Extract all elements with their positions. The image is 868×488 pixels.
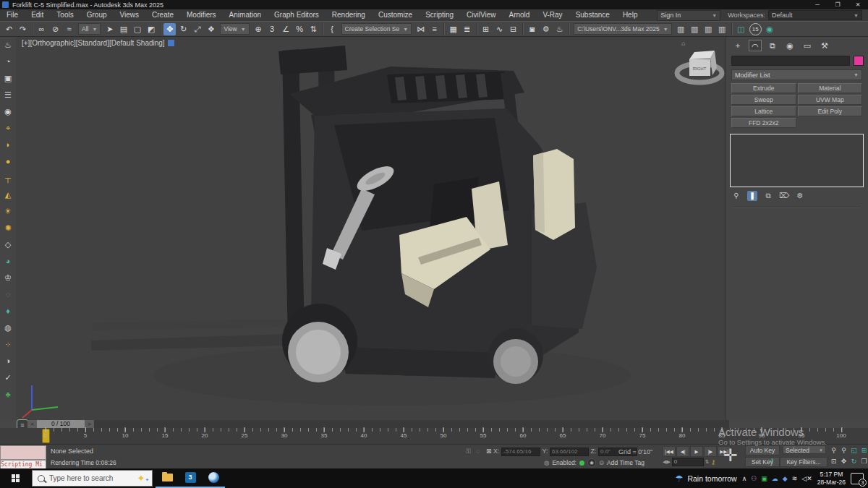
forklift-model[interactable]: RIGHT ⌂ (16, 37, 725, 420)
cortana-sparkle-icon[interactable]: ✦✦ (131, 473, 156, 484)
vray-sphere-icon[interactable]: ◕ (0, 253, 16, 270)
named-selection-sets-icon[interactable]: { (326, 23, 339, 35)
select-by-name-icon[interactable]: ▤ (117, 23, 129, 35)
zoom-extents-button[interactable]: ◱ (849, 445, 859, 455)
sign-in-button[interactable]: Sign In ▼ (657, 10, 720, 21)
start-button[interactable] (0, 468, 32, 488)
selection-set-dropdown[interactable]: Create Selection Se▼ (341, 23, 412, 35)
tray-onedrive-icon[interactable]: ☁ (772, 475, 778, 482)
modifier-button-sweep[interactable]: Sweep (731, 95, 796, 105)
track-bar[interactable]: 0510152025303540455055606570758085909510… (0, 428, 868, 445)
vray-plane-light-icon[interactable]: ┬ (0, 170, 16, 187)
weather-widget[interactable]: ☂ Rain tomorrow (676, 474, 737, 484)
vray-check-icon[interactable]: ✓ (0, 369, 16, 386)
object-name-field[interactable] (731, 56, 850, 66)
curve-editor-icon[interactable]: ∿ (493, 23, 506, 35)
saved-frame-icon[interactable]: ◫ (735, 23, 747, 35)
unlink-icon[interactable]: ⊘ (49, 23, 61, 35)
import-scene-icon[interactable]: ▥ (675, 23, 687, 35)
modifier-button-ffd-2x2x2[interactable]: FFD 2x2x2 (731, 118, 796, 128)
modifier-stack[interactable] (730, 134, 864, 187)
bind-spacewarp-icon[interactable]: ≈ (63, 23, 75, 35)
project-folder-dropdown[interactable]: C:\Users\ONV...3ds Max 2025▼ (574, 23, 671, 35)
menu-customize[interactable]: Customize (372, 9, 419, 21)
absolute-mode-icon[interactable]: ⊠ (486, 448, 492, 455)
menu-rendering[interactable]: Rendering (326, 9, 372, 21)
render-setup-icon[interactable]: ⚙ (540, 23, 552, 35)
menu-graph-editors[interactable]: Graph Editors (268, 9, 326, 21)
taskbar-file-explorer[interactable] (156, 468, 179, 488)
menu-animation[interactable]: Animation (223, 9, 268, 21)
configure-modifier-sets-icon[interactable]: ⚙ (795, 191, 805, 201)
snap-toggle-icon[interactable]: 3 (266, 23, 278, 35)
angle-snap-icon[interactable]: ∠ (280, 23, 292, 35)
tab-hierarchy[interactable]: ⧉ (766, 40, 779, 51)
auto-key-button[interactable]: Auto Key (745, 445, 780, 455)
select-move-icon[interactable]: ✥ (163, 23, 176, 35)
merge-scene-icon[interactable]: ▥ (702, 23, 715, 35)
maximize-button[interactable]: ❐ (827, 1, 848, 8)
menu-create[interactable]: Create (145, 9, 180, 21)
make-unique-icon[interactable]: ⧉ (763, 191, 773, 201)
y-field[interactable]: 63.66/102 (550, 448, 589, 456)
menu-v-ray[interactable]: V-Ray (536, 9, 569, 21)
zoom-button[interactable]: ⚲ (829, 445, 838, 455)
menu-group[interactable]: Group (80, 9, 114, 21)
isolate-icon[interactable]: ◌ (476, 448, 480, 455)
menu-edit[interactable]: Edit (25, 9, 50, 21)
close-button[interactable]: ✕ (848, 1, 868, 8)
scene-explorer-icon[interactable]: ▦ (447, 23, 459, 35)
mirror-icon[interactable]: ⋈ (414, 23, 427, 35)
modifier-button-material[interactable]: Material (798, 83, 863, 93)
vray-dome-light-icon[interactable]: ◗ (0, 137, 16, 153)
object-color-swatch[interactable] (854, 56, 864, 66)
save-scene-icon[interactable]: ▥ (689, 23, 701, 35)
menu-views[interactable]: Views (114, 9, 146, 21)
sound-toggle[interactable]: ◉ (587, 458, 596, 467)
render-frame-window-icon[interactable]: ♨ (553, 23, 566, 35)
viewport-label-text[interactable]: [+][Orthographic][Standard][Default Shad… (22, 39, 165, 47)
taskbar-3dsmax[interactable]: 3 (179, 468, 202, 488)
modifier-button-uvw-map[interactable]: UVW Map (798, 95, 863, 105)
frame-field[interactable]: 0 (672, 458, 704, 466)
viewport[interactable]: RIGHT ⌂ (16, 37, 725, 420)
set-keys-icon[interactable]: ⚷ (770, 457, 775, 464)
viewport-label[interactable]: [+][Orthographic][Standard][Default Shad… (22, 39, 174, 47)
vray-matte-sphere-icon[interactable]: ◍ (0, 320, 16, 336)
menu-substance[interactable]: Substance (569, 9, 616, 21)
tab-modify[interactable]: ◠ (749, 40, 762, 51)
zoom-all-button[interactable]: ⚲ (839, 445, 848, 455)
menu-arnold[interactable]: Arnold (502, 9, 536, 21)
pan-button[interactable]: ✥ (839, 456, 848, 466)
vray-render-toolbar-icon[interactable]: ◉ (764, 23, 776, 35)
schematic-view-icon[interactable]: ⊟ (507, 23, 519, 35)
vray-mesh-light-icon[interactable]: ◭ (0, 187, 16, 203)
tray-volume-muted-icon[interactable]: ◁✕ (801, 475, 812, 482)
tab-motion[interactable]: ◉ (783, 40, 796, 51)
tray-expand-icon[interactable]: ∧ (742, 475, 747, 482)
show-end-result-icon[interactable]: ❚ (747, 191, 757, 201)
select-rotate-icon[interactable]: ↻ (177, 23, 190, 35)
menu-tools[interactable]: Tools (50, 9, 80, 21)
select-link-icon[interactable]: ∞ (35, 23, 48, 35)
vray-physcam-icon[interactable]: ◉ (0, 103, 16, 120)
play-button[interactable]: ▶ (690, 446, 703, 457)
export-scene-icon[interactable]: ▥ (716, 23, 728, 35)
vray-volume-icon[interactable]: ♦ (0, 303, 16, 320)
tab-utilities[interactable]: ⚒ (818, 40, 831, 51)
vray-fur-icon[interactable]: ♔ (0, 270, 16, 286)
pin-stack-icon[interactable]: ⚲ (731, 191, 741, 201)
vray-material-icon[interactable]: ◑ (0, 353, 16, 369)
key-mode-toggle-icon[interactable]: ⚷ (711, 458, 716, 466)
vray-clipper-icon[interactable]: ◌ (0, 286, 16, 303)
spinner-arrows-icon[interactable]: ◀▶ (663, 459, 671, 465)
workspaces-dropdown[interactable]: Default ▼ (768, 10, 862, 20)
key-mode-dropdown[interactable]: Selected ▼ (783, 445, 826, 454)
next-frame-button[interactable]: |▶ (704, 446, 717, 457)
reference-coordinate-dropdown[interactable]: View▼ (220, 23, 249, 35)
prev-frame-button[interactable]: ◀| (676, 446, 689, 457)
taskbar-clock[interactable]: 5:17 PM 28-Mar-26 (817, 471, 846, 486)
use-pivot-center-icon[interactable]: ⊕ (252, 23, 265, 35)
menu-civilview[interactable]: CivilView (460, 9, 502, 21)
layer-explorer-icon[interactable]: ≣ (461, 23, 473, 35)
